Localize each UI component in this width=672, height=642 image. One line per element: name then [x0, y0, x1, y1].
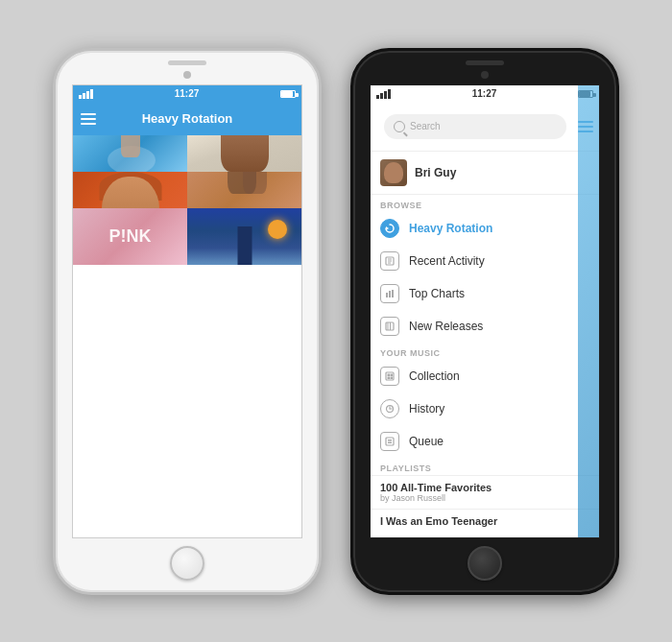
status-bar-white: 11:27 [73, 85, 301, 103]
collection-icon [380, 367, 399, 386]
svg-rect-15 [391, 376, 394, 379]
screen-black: 11:27 Search [370, 84, 600, 538]
hamburger-line-2 [81, 118, 96, 120]
album-cover-pink: P!NK [73, 208, 187, 265]
queue-icon [380, 432, 399, 451]
menu-button-white[interactable] [81, 108, 102, 130]
owl-tree [237, 226, 252, 265]
status-time-white: 11:27 [175, 88, 200, 99]
album-cover-mia [73, 135, 187, 172]
album-grid: MIA PHARAOH Miniature Tigers 12 songs Th… [73, 135, 301, 265]
battery-icon-black [578, 90, 593, 98]
playlist-title-1: 100 All-Time Favorites [380, 482, 591, 493]
menu-label-history: History [409, 402, 444, 416]
mondo-figure2 [243, 172, 267, 194]
charts-icon [380, 284, 399, 303]
phone-bottom-black [468, 538, 502, 592]
owl-sun [268, 220, 287, 239]
status-time-black: 11:27 [472, 88, 497, 99]
screen-white: 11:27 Heavy Rotation [72, 84, 302, 538]
speaker-white [168, 60, 206, 65]
playlists-label: PLAYLISTS [371, 458, 600, 475]
album-item-mondo[interactable]: Mondo Electric Guest 10 songs [187, 172, 301, 208]
svg-marker-0 [386, 226, 389, 230]
menu-button-black[interactable] [578, 121, 593, 132]
avatar-face [384, 162, 403, 183]
hand-art [121, 135, 140, 157]
menu-item-collection[interactable]: Collection [371, 360, 600, 392]
menu-label-heavy-rotation: Heavy Rotation [409, 222, 492, 235]
svg-rect-5 [386, 293, 388, 297]
menu-item-top-charts[interactable]: Top Charts [371, 277, 600, 310]
menu-line-2 [578, 126, 593, 128]
menu-item-heavy-rotation[interactable]: Heavy Rotation [371, 212, 600, 245]
app-header-title-white: Heavy Rotation [142, 111, 233, 126]
history-icon [380, 399, 399, 418]
black-phone: 11:27 Search [350, 48, 619, 595]
hamburger-line-1 [81, 113, 96, 115]
status-left-black [376, 89, 391, 99]
phone-top-white [56, 51, 319, 84]
activity-icon [380, 251, 399, 271]
rotation-icon [380, 219, 399, 238]
white-phone: 11:27 Heavy Rotation [53, 48, 322, 595]
svg-rect-7 [392, 290, 394, 297]
browse-label: BROWSE [371, 195, 600, 212]
status-right-white [280, 90, 296, 98]
search-placeholder: Search [410, 121, 441, 131]
nf-figure [221, 135, 269, 172]
releases-icon [380, 317, 399, 336]
user-row[interactable]: Bri Guy [371, 152, 600, 195]
your-music-label: YOUR MUSIC [371, 343, 600, 360]
home-button-black[interactable] [468, 546, 502, 581]
search-bar[interactable]: Search [384, 114, 566, 139]
menu-label-new-releases: New Releases [409, 320, 483, 333]
status-left-white [79, 89, 93, 99]
camera-black [481, 71, 489, 79]
status-bar-black: 11:27 [371, 85, 599, 103]
app-header-white: Heavy Rotation [73, 103, 301, 135]
svg-rect-12 [388, 373, 391, 376]
signal-icon [79, 89, 93, 99]
menu-label-top-charts: Top Charts [409, 287, 465, 300]
album-cover-owl [187, 208, 301, 265]
svg-rect-14 [388, 376, 391, 379]
menu-item-recent-activity[interactable]: Recent Activity [371, 245, 600, 277]
battery-icon-white [280, 90, 296, 98]
menu-item-history[interactable]: History [371, 392, 600, 425]
battery-fill-black [579, 91, 590, 97]
playlist-by-1: by Jason Russell [380, 493, 591, 503]
album-item-ed[interactable]: + Ed Sheeran 16 songs [73, 172, 187, 208]
menu-item-queue[interactable]: Queue [371, 425, 600, 458]
album-cover-ed [73, 172, 187, 208]
album-cover-nf [187, 135, 301, 172]
playlist-item-2[interactable]: I Was an Emo Teenager [371, 509, 600, 533]
menu-label-queue: Queue [409, 435, 444, 448]
album-item-pink[interactable]: P!NK P!NK P!nk 14 songs [73, 208, 187, 265]
menu-line-3 [578, 131, 593, 132]
menu-screen: Search Bri Guy BROWSE [371, 103, 600, 538]
phone-bottom-white [170, 538, 204, 592]
status-right-black [578, 90, 593, 98]
battery-fill-white [281, 91, 293, 97]
user-name: Bri Guy [415, 166, 456, 179]
svg-rect-13 [391, 373, 394, 376]
search-icon [394, 121, 405, 132]
svg-rect-6 [389, 291, 391, 297]
album-item-owl[interactable]: Owl City Owl City 12 songs [187, 208, 301, 265]
menu-line-1 [578, 121, 593, 123]
album-cover-mondo [187, 172, 301, 208]
signal-icon-black [376, 89, 391, 99]
menu-label-collection: Collection [409, 369, 460, 383]
album-item-mia[interactable]: MIA PHARAOH Miniature Tigers 12 songs [73, 135, 187, 172]
phone-top-black [353, 51, 616, 84]
album-item-nf[interactable]: The Spirit Indestructible Nelly Furtado … [187, 135, 301, 172]
playlist-item-1[interactable]: 100 All-Time Favorites by Jason Russell [371, 475, 600, 509]
playlist-title-2: I Was an Emo Teenager [380, 515, 591, 527]
user-avatar [380, 159, 407, 186]
menu-label-recent-activity: Recent Activity [409, 254, 485, 268]
menu-item-new-releases[interactable]: New Releases [371, 310, 600, 343]
camera-white [183, 71, 191, 79]
speaker-black [466, 60, 504, 65]
home-button-white[interactable] [170, 546, 204, 581]
